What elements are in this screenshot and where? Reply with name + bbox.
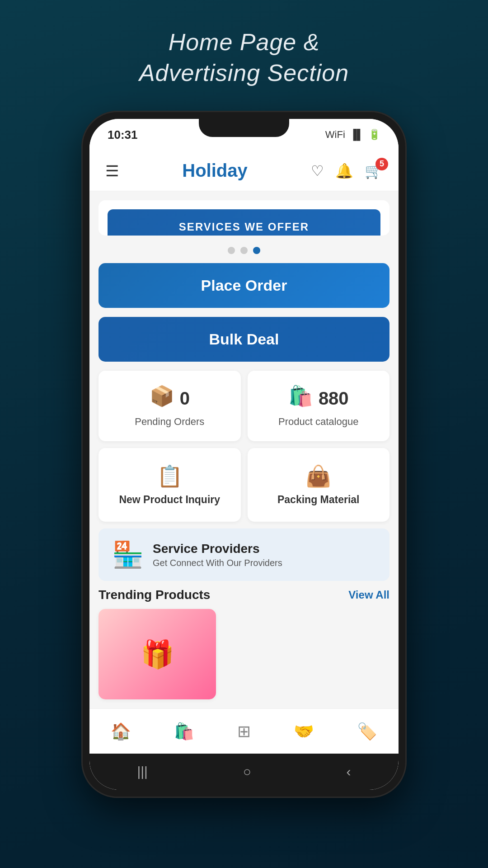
service-providers-icon: 🏪 bbox=[112, 540, 144, 570]
header-icons: ♡ 🔔 🛒 5 bbox=[311, 162, 383, 179]
home-button[interactable]: ○ bbox=[243, 764, 251, 779]
packing-material-icon: 👜 bbox=[257, 464, 381, 488]
cart-badge: 5 bbox=[375, 158, 388, 170]
back-button[interactable]: ‹ bbox=[347, 764, 351, 779]
product-card-0[interactable]: 🎁 bbox=[99, 609, 216, 699]
signal-icon: ▐▌ bbox=[350, 129, 364, 141]
phone-nav: ||| ○ ‹ bbox=[89, 754, 399, 790]
trending-header: Trending Products View All bbox=[99, 588, 389, 602]
product-catalogue-label: Product catalogue bbox=[257, 416, 381, 428]
stat-card-pending-orders[interactable]: 📦 0 Pending Orders bbox=[99, 371, 241, 441]
banner-section: SERVICES WE OFFER Online Selling Product… bbox=[99, 200, 389, 236]
stat-card-product-catalogue[interactable]: 🛍️ 880 Product catalogue bbox=[248, 371, 390, 441]
bulk-deal-button[interactable]: Bulk Deal bbox=[99, 317, 389, 362]
service-providers-title: Service Providers bbox=[153, 542, 282, 556]
nav-item-home[interactable]: 🏠 bbox=[111, 722, 131, 741]
place-order-button[interactable]: Place Order bbox=[99, 263, 389, 308]
cart-icon[interactable]: 🛒 5 bbox=[365, 162, 383, 179]
dot-2[interactable] bbox=[253, 247, 260, 254]
notification-icon[interactable]: 🔔 bbox=[335, 162, 353, 179]
nav-item-grid[interactable]: ⊞ bbox=[237, 722, 251, 741]
packing-material-card[interactable]: 👜 Packing Material bbox=[248, 448, 390, 522]
phone-screen: 10:31 WiFi ▐▌ 🔋 ☰ Holiday ♡ 🔔 🛒 5 bbox=[89, 119, 399, 790]
hamburger-menu-icon[interactable]: ☰ bbox=[105, 162, 119, 180]
shop-nav-icon: 🛍️ bbox=[174, 722, 194, 741]
dot-0[interactable] bbox=[228, 247, 235, 254]
grid-nav-icon: ⊞ bbox=[237, 722, 251, 741]
stat-top-1: 🛍️ 880 bbox=[257, 384, 381, 412]
product-image-0: 🎁 bbox=[99, 609, 216, 699]
battery-icon: 🔋 bbox=[368, 129, 380, 141]
new-product-inquiry-card[interactable]: 📋 New Product Inquiry bbox=[99, 448, 241, 522]
stat-top-0: 📦 0 bbox=[108, 384, 232, 412]
home-nav-icon: 🏠 bbox=[111, 722, 131, 741]
action-grid: 📋 New Product Inquiry 👜 Packing Material bbox=[99, 448, 389, 522]
phone-frame: 10:31 WiFi ▐▌ 🔋 ☰ Holiday ♡ 🔔 🛒 5 bbox=[81, 111, 407, 798]
new-product-inquiry-icon: 📋 bbox=[108, 464, 232, 488]
bottom-nav: 🏠 🛍️ ⊞ 🤝 🏷️ bbox=[89, 708, 399, 754]
packing-material-label: Packing Material bbox=[257, 494, 381, 506]
title-line2: Advertising Section bbox=[139, 60, 349, 86]
services-nav-icon: 🤝 bbox=[294, 722, 314, 741]
recents-button[interactable]: ||| bbox=[137, 764, 147, 779]
offers-nav-icon: 🏷️ bbox=[357, 722, 377, 741]
app-title: Holiday bbox=[182, 160, 247, 181]
pending-orders-label: Pending Orders bbox=[108, 416, 232, 428]
new-product-inquiry-label: New Product Inquiry bbox=[108, 494, 232, 506]
dots-indicator bbox=[89, 247, 399, 254]
screen-content[interactable]: SERVICES WE OFFER Online Selling Product… bbox=[89, 191, 399, 708]
nav-item-shop[interactable]: 🛍️ bbox=[174, 722, 194, 741]
wifi-icon: WiFi bbox=[325, 129, 345, 141]
service-providers-banner[interactable]: 🏪 Service Providers Get Connect With Our… bbox=[99, 528, 389, 581]
banner-card: SERVICES WE OFFER Online Selling Product… bbox=[108, 209, 380, 236]
trending-section: Trending Products View All 🎁 bbox=[99, 588, 389, 708]
dot-1[interactable] bbox=[240, 247, 248, 254]
trending-title: Trending Products bbox=[99, 588, 210, 602]
status-time: 10:31 bbox=[108, 128, 138, 142]
app-header: ☰ Holiday ♡ 🔔 🛒 5 bbox=[89, 151, 399, 191]
view-all-button[interactable]: View All bbox=[348, 589, 389, 601]
status-notch bbox=[199, 119, 289, 137]
banner-title: SERVICES WE OFFER bbox=[121, 221, 367, 233]
nav-item-services[interactable]: 🤝 bbox=[294, 722, 314, 741]
nav-item-offers[interactable]: 🏷️ bbox=[357, 722, 377, 741]
stats-grid: 📦 0 Pending Orders 🛍️ 880 Product catalo… bbox=[99, 371, 389, 441]
page-background-title: Home Page & Advertising Section bbox=[139, 27, 349, 88]
pending-orders-value: 0 bbox=[180, 388, 190, 409]
wishlist-icon[interactable]: ♡ bbox=[311, 162, 324, 179]
pending-orders-icon: 📦 bbox=[150, 384, 174, 408]
product-catalogue-value: 880 bbox=[319, 388, 349, 409]
product-catalogue-icon: 🛍️ bbox=[288, 384, 313, 408]
title-line1: Home Page & bbox=[169, 29, 320, 55]
service-providers-text: Service Providers Get Connect With Our P… bbox=[153, 542, 282, 568]
status-icons: WiFi ▐▌ 🔋 bbox=[325, 129, 380, 141]
status-bar: 10:31 WiFi ▐▌ 🔋 bbox=[89, 119, 399, 151]
service-providers-subtitle: Get Connect With Our Providers bbox=[153, 558, 282, 568]
